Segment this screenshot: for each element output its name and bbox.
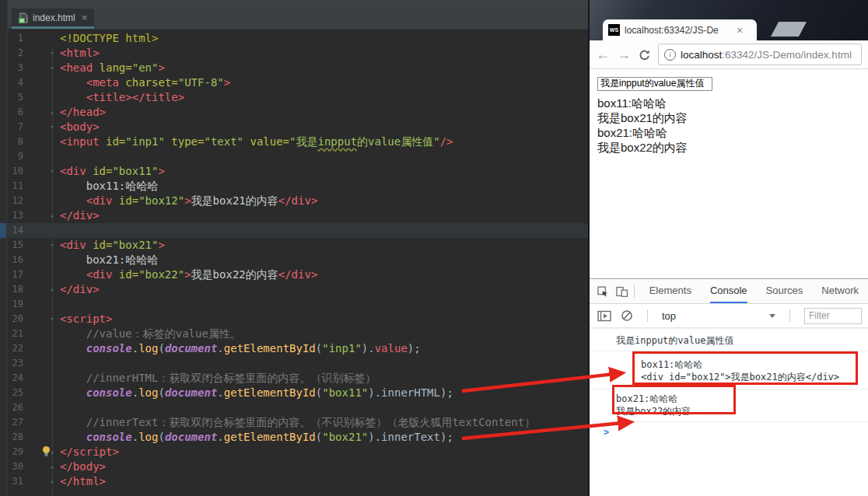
editor-line-5[interactable]: 5 <title></title>: [0, 90, 588, 105]
editor-line-13[interactable]: 13▴</div>: [0, 208, 588, 223]
browser-tab-close-icon[interactable]: ×: [737, 24, 743, 37]
fold-marker-icon[interactable]: ▴: [46, 282, 58, 297]
editor-tab-index-html[interactable]: H index.html ×: [12, 9, 94, 29]
console-log-line: 我是inpput的value属性值: [616, 334, 862, 347]
code-text: <meta charset="UTF-8">: [60, 75, 230, 90]
code-text: //innerText：获取双闭合标签里面的内容。（不识别标签）（老版火狐用te…: [60, 415, 535, 430]
editor-line-26[interactable]: 26: [0, 400, 588, 415]
editor-line-22[interactable]: 22 console.log(document.getElementById("…: [0, 341, 588, 356]
code-text: //value：标签的value属性。: [60, 327, 241, 341]
console-prompt[interactable]: >: [590, 422, 868, 442]
fold-marker-icon[interactable]: ▴: [46, 459, 58, 474]
webstorm-favicon: WS: [608, 24, 620, 36]
address-bar[interactable]: i localhost:63342/JS-Demo/index.html: [658, 44, 862, 65]
editor-tab-bar: H index.html ×: [0, 9, 588, 30]
fold-marker-icon[interactable]: ▾: [46, 238, 58, 253]
console-prompt-chevron: >: [604, 427, 609, 438]
editor-line-4[interactable]: 4 <meta charset="UTF-8">: [0, 75, 588, 90]
fold-marker-icon[interactable]: ▾: [46, 312, 58, 327]
ide-title-strip: [0, 0, 588, 9]
code-text: <input id="inp1" type="text" value="我是in…: [60, 134, 453, 149]
page-text-line: 我是box21的内容: [597, 110, 868, 125]
new-tab-button[interactable]: [771, 22, 807, 37]
editor-line-9[interactable]: 9: [0, 149, 588, 164]
editor-line-7[interactable]: 7▾<body>: [0, 120, 588, 134]
fold-marker-icon[interactable]: ▴: [46, 474, 58, 489]
editor-line-24[interactable]: 24 //innerHTML：获取双闭合标签里面的内容。（识别标签）: [0, 371, 588, 386]
editor-code-area[interactable]: 1<!DOCTYPE html>2▾<html>3▾<head lang="en…: [0, 30, 588, 489]
console-log-line: <div id="box12">我是box21的内容</div>: [641, 371, 862, 383]
devtools-tab-console[interactable]: Console: [710, 279, 747, 303]
console-toolbar: top: [590, 304, 868, 328]
devtools-tabs: ElementsConsoleSourcesNetwork: [640, 279, 868, 303]
editor-line-15[interactable]: 15▾<div id="box21">: [0, 238, 588, 253]
editor-line-16[interactable]: 16 box21:哈哈哈: [0, 253, 588, 267]
page-info-icon[interactable]: i: [664, 49, 676, 61]
page-text-input[interactable]: [597, 77, 712, 91]
console-filter-input[interactable]: [804, 308, 862, 324]
fold-marker-icon[interactable]: ▾: [46, 46, 58, 61]
editor-line-29[interactable]: 29▴</script>: [0, 445, 588, 459]
fold-marker-icon[interactable]: ▴: [46, 208, 58, 223]
editor-line-18[interactable]: 18▴</div>: [0, 282, 588, 297]
code-text: </div>: [60, 208, 100, 223]
code-text: console.log(document.getElementById("box…: [60, 430, 453, 445]
editor-line-17[interactable]: 17 <div id="box22">我是box22的内容</div>: [0, 267, 588, 282]
editor-tab-label: index.html: [33, 12, 75, 23]
code-text: <body>: [60, 120, 100, 134]
editor-line-30[interactable]: 30▴</body>: [0, 459, 588, 474]
editor-line-3[interactable]: 3▾<head lang="en">: [0, 61, 588, 75]
devtools-tab-sources[interactable]: Sources: [766, 279, 803, 303]
back-icon[interactable]: ←: [596, 47, 610, 61]
devtools-panel: ElementsConsoleSourcesNetwork top: [590, 278, 868, 496]
caret-line-marker: [0, 223, 6, 238]
code-text: <title></title>: [60, 90, 184, 105]
editor-line-20[interactable]: 20▾<script>: [0, 312, 588, 327]
editor-line-27[interactable]: 27 //innerText：获取双闭合标签里面的内容。（不识别标签）（老版火狐…: [0, 415, 588, 430]
code-text: <script>: [60, 312, 112, 327]
editor-line-1[interactable]: 1<!DOCTYPE html>: [0, 31, 588, 46]
inspect-element-icon[interactable]: [597, 285, 609, 298]
editor-line-23[interactable]: 23: [0, 356, 588, 371]
intention-bulb-icon[interactable]: [41, 445, 51, 460]
device-toolbar-icon[interactable]: [616, 285, 628, 298]
forward-icon[interactable]: →: [617, 47, 631, 61]
console-log-entry: 我是inpput的value属性值: [590, 328, 868, 351]
editor-line-25[interactable]: 25 console.log(document.getElementById("…: [0, 386, 588, 400]
screenshot-root: H index.html × 1<!DOCTYPE html>2▾<html>3…: [0, 0, 868, 496]
editor-line-11[interactable]: 11 box11:哈哈哈: [0, 179, 588, 194]
editor-line-10[interactable]: 10▾<div id="box11">: [0, 164, 588, 179]
refresh-icon[interactable]: [638, 48, 651, 61]
editor-line-31[interactable]: 31▴</html>: [0, 474, 588, 489]
code-text: <div id="box12">我是box21的内容</div>: [60, 194, 317, 208]
devtools-tab-elements[interactable]: Elements: [649, 279, 691, 303]
code-text: console.log(document.getElementById("box…: [60, 386, 453, 400]
devtools-tab-network[interactable]: Network: [821, 279, 859, 303]
console-log-entry: box11:哈哈哈<div id="box12">我是box21的内容</div…: [590, 351, 868, 389]
editor-line-14[interactable]: 14: [0, 223, 588, 238]
toolbar-separator: [789, 309, 790, 322]
editor-line-28[interactable]: 28 console.log(document.getElementById("…: [0, 430, 588, 445]
editor-line-8[interactable]: 8<input id="inp1" type="text" value="我是i…: [0, 134, 588, 149]
editor-line-19[interactable]: 19: [0, 297, 588, 312]
code-text: <!DOCTYPE html>: [60, 31, 158, 46]
fold-marker-icon[interactable]: ▾: [46, 61, 58, 75]
tab-close-icon[interactable]: ×: [82, 12, 88, 23]
editor-line-6[interactable]: 6▴</head>: [0, 105, 588, 120]
url-path: :63342/JS-Demo/index.html: [722, 49, 852, 61]
fold-marker-icon[interactable]: ▾: [46, 164, 58, 179]
editor-line-12[interactable]: 12 <div id="box12">我是box21的内容</div>: [0, 194, 588, 208]
chevron-down-icon: [769, 314, 775, 318]
browser-tab[interactable]: WS localhost:63342/JS-De ×: [603, 19, 757, 40]
context-selector[interactable]: top: [662, 310, 775, 322]
editor-line-2[interactable]: 2▾<html>: [0, 46, 588, 61]
console-entries: 我是inpput的value属性值box11:哈哈哈<div id="box12…: [590, 328, 868, 422]
page-text-line: box21:哈哈哈: [597, 125, 868, 140]
fold-marker-icon[interactable]: ▾: [46, 120, 58, 134]
console-log-line: box21:哈哈哈: [616, 393, 862, 405]
editor-line-21[interactable]: 21 //value：标签的value属性。: [0, 327, 588, 341]
clear-console-icon[interactable]: [621, 309, 633, 322]
fold-marker-icon[interactable]: ▴: [46, 105, 58, 120]
console-sidebar-icon[interactable]: [597, 310, 612, 322]
console-log-line: 我是box22的内容: [616, 405, 862, 417]
